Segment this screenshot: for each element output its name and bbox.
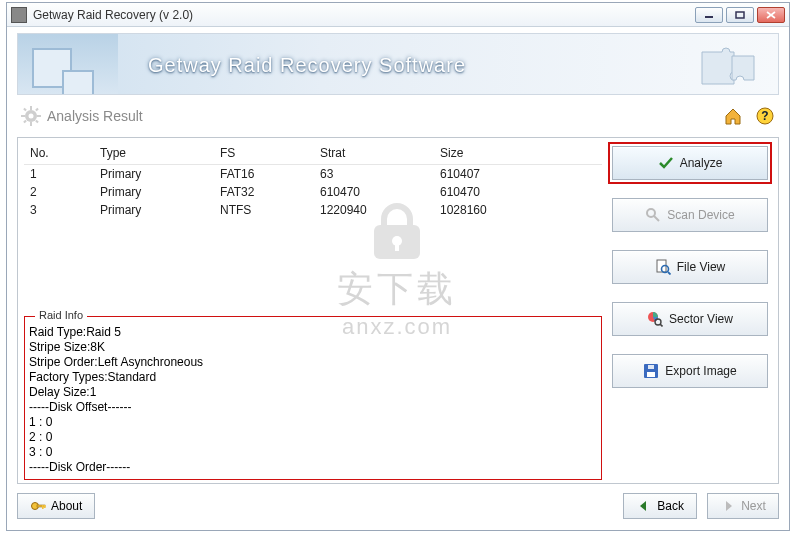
svg-rect-32 [42, 505, 44, 509]
check-icon [658, 155, 674, 171]
svg-rect-8 [21, 115, 25, 117]
arrow-left-icon [636, 498, 652, 514]
export-image-button[interactable]: Export Image [612, 354, 768, 388]
svg-line-17 [654, 216, 659, 221]
svg-rect-13 [23, 120, 27, 124]
table-row[interactable]: 3 Primary NTFS 1220940 1028160 [24, 201, 602, 219]
next-button[interactable]: Next [707, 493, 779, 519]
svg-rect-25 [647, 372, 655, 377]
svg-rect-6 [30, 106, 32, 110]
svg-line-23 [660, 324, 663, 327]
search-icon [645, 207, 661, 223]
window-title: Getway Raid Recovery (v 2.0) [33, 8, 193, 22]
svg-point-5 [29, 114, 34, 119]
raid-info-title: Raid Info [35, 309, 87, 321]
svg-rect-11 [35, 120, 39, 124]
scan-device-button[interactable]: Scan Device [612, 198, 768, 232]
svg-line-20 [668, 272, 671, 275]
svg-rect-12 [35, 108, 39, 112]
banner: Getway Raid Recovery Software [17, 33, 779, 95]
banner-title: Getway Raid Recovery Software [148, 54, 466, 77]
svg-rect-26 [648, 365, 654, 369]
svg-rect-33 [44, 505, 46, 508]
sector-view-button[interactable]: Sector View [612, 302, 768, 336]
col-strat: Strat [314, 142, 434, 165]
svg-point-16 [647, 209, 655, 217]
col-no: No. [24, 142, 94, 165]
home-icon[interactable] [723, 106, 743, 126]
raid-info-text: Raid Type:Raid 5 Stripe Size:8K Stripe O… [25, 317, 601, 479]
sidebar-actions: Analyze Scan Device File View [608, 138, 778, 483]
help-icon[interactable]: ? [755, 106, 775, 126]
raid-info-panel: Raid Info Raid Type:Raid 5 Stripe Size:8… [24, 316, 602, 480]
about-button[interactable]: About [17, 493, 95, 519]
back-button[interactable]: Back [623, 493, 697, 519]
content-area: Analysis Result ? No. Type [17, 103, 779, 484]
svg-rect-7 [30, 122, 32, 126]
svg-rect-31 [37, 505, 45, 507]
col-type: Type [94, 142, 214, 165]
file-search-icon [655, 259, 671, 275]
save-icon [643, 363, 659, 379]
svg-rect-1 [736, 12, 744, 18]
puzzle-icon [698, 42, 758, 88]
main-frame: No. Type FS Strat Size 1 Primary FA [17, 137, 779, 484]
svg-rect-10 [23, 108, 27, 112]
results-table: No. Type FS Strat Size 1 Primary FA [24, 142, 602, 312]
bottom-bar: About Back Next [17, 490, 779, 522]
table-row[interactable]: 2 Primary FAT32 610470 610470 [24, 183, 602, 201]
svg-text:?: ? [761, 109, 768, 123]
titlebar: Getway Raid Recovery (v 2.0) [7, 3, 789, 27]
key-icon [30, 498, 46, 514]
app-window: Getway Raid Recovery (v 2.0) Getway Raid… [6, 2, 790, 531]
analyze-button[interactable]: Analyze [612, 146, 768, 180]
table-row[interactable]: 1 Primary FAT16 63 610407 [24, 165, 602, 184]
maximize-button[interactable] [726, 7, 754, 23]
gear-icon [21, 106, 41, 126]
col-size: Size [434, 142, 602, 165]
svg-rect-9 [37, 115, 41, 117]
banner-decoration [18, 34, 118, 94]
close-button[interactable] [757, 7, 785, 23]
col-fs: FS [214, 142, 314, 165]
arrow-right-icon [720, 498, 736, 514]
minimize-button[interactable] [695, 7, 723, 23]
section-title: Analysis Result [47, 108, 143, 124]
pie-search-icon [647, 311, 663, 327]
file-view-button[interactable]: File View [612, 250, 768, 284]
app-icon [11, 7, 27, 23]
section-header: Analysis Result ? [17, 103, 779, 129]
